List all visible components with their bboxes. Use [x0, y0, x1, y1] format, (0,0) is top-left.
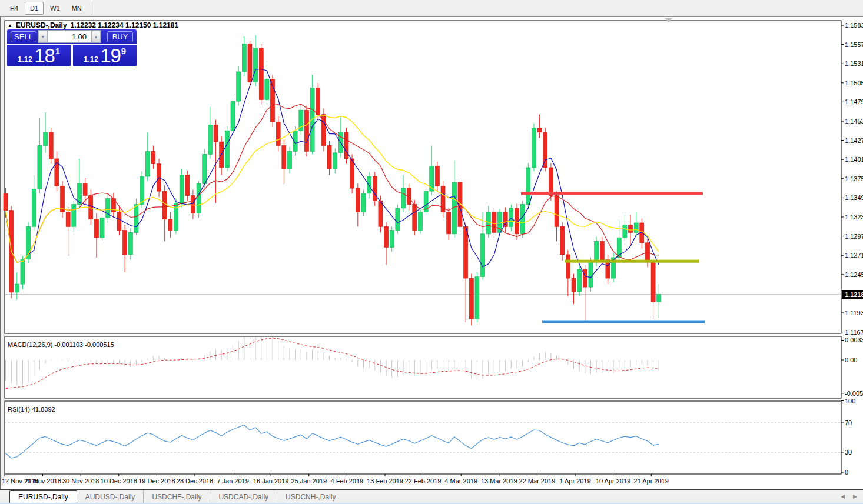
svg-text:19 Dec 2018: 19 Dec 2018 — [138, 478, 175, 485]
chart-window: 1.158301.155701.153101.150501.147901.145… — [0, 17, 863, 504]
tab-scrollers: ◀ ▶ — [841, 490, 863, 503]
tab-symbol-audusd[interactable]: AUDUSD-,Daily — [77, 490, 144, 503]
svg-text:1.13750: 1.13750 — [845, 175, 863, 182]
svg-text:1.15830: 1.15830 — [845, 22, 863, 29]
svg-text:1.12710: 1.12710 — [845, 252, 863, 259]
hline-support[interactable] — [542, 321, 705, 323]
svg-text:0.00: 0.00 — [845, 356, 857, 363]
svg-text:30 Nov 2018: 30 Nov 2018 — [62, 478, 99, 485]
svg-text:1.14530: 1.14530 — [845, 118, 863, 125]
svg-text:1.11670: 1.11670 — [845, 329, 863, 336]
svg-text:0: 0 — [845, 469, 848, 476]
svg-text:1.13230: 1.13230 — [845, 213, 863, 221]
buy-button[interactable]: BUY — [107, 31, 133, 42]
volume-increase-icon[interactable]: ▲ — [91, 31, 101, 42]
timeframe-toolbar: H4 D1 W1 MN — [0, 0, 863, 17]
toolbar-divider — [92, 2, 92, 15]
chart-title: ▲ EURUSD-,Daily 1.12232 1.12234 1.12150 … — [8, 21, 178, 29]
sell-price-sup: 1 — [55, 46, 60, 56]
chart-canvas[interactable]: 1.158301.155701.153101.150501.147901.145… — [1, 17, 863, 489]
svg-text:1.11930: 1.11930 — [845, 309, 863, 316]
volume-stepper: ▼ ▲ — [38, 30, 101, 43]
tab-symbol-usdcad[interactable]: USDCAD-,Daily — [210, 490, 277, 503]
tab-timeframe-d1[interactable]: D1 — [25, 2, 44, 15]
buy-price-big: 19 — [100, 45, 121, 67]
svg-text:70: 70 — [845, 419, 852, 426]
svg-text:22 Mar 2019: 22 Mar 2019 — [519, 478, 556, 485]
svg-text:4 Mar 2019: 4 Mar 2019 — [444, 478, 477, 485]
svg-text:16 Jan 2019: 16 Jan 2019 — [253, 478, 289, 485]
sell-price-prefix: 1.12 — [18, 55, 32, 64]
svg-text:1.15570: 1.15570 — [845, 41, 863, 48]
svg-text:1.15310: 1.15310 — [845, 60, 863, 67]
svg-text:1.15050: 1.15050 — [845, 79, 863, 86]
buy-price-prefix: 1.12 — [84, 55, 98, 64]
svg-text:-0.00574: -0.00574 — [845, 390, 863, 397]
svg-text:13 Mar 2019: 13 Mar 2019 — [481, 478, 517, 485]
tab-scroll-right-icon[interactable]: ▶ — [853, 493, 857, 499]
hline-mid-pivot[interactable] — [565, 260, 699, 263]
symbol-marker-icon: ▲ — [8, 23, 12, 28]
svg-text:1.14010: 1.14010 — [845, 156, 863, 163]
one-click-trade-panel: SELL ▼ ▲ BUY 1.12 18 1 1.12 19 9 — [7, 29, 137, 66]
svg-text:1 Apr 2019: 1 Apr 2019 — [559, 478, 590, 485]
svg-text:13 Feb 2019: 13 Feb 2019 — [367, 478, 403, 485]
hline-resistance[interactable] — [521, 192, 703, 195]
svg-text:4 Feb 2019: 4 Feb 2019 — [331, 478, 364, 485]
volume-decrease-icon[interactable]: ▼ — [38, 31, 48, 42]
tab-symbol-eurusd[interactable]: EURUSD-,Daily — [9, 490, 77, 503]
svg-text:10 Dec 2018: 10 Dec 2018 — [101, 478, 137, 485]
buy-price-box[interactable]: 1.12 19 9 — [73, 45, 137, 66]
tab-timeframe-w1[interactable]: W1 — [45, 2, 65, 15]
tab-scroll-left-icon[interactable]: ◀ — [841, 493, 845, 499]
svg-text:30: 30 — [845, 449, 852, 456]
trade-panel-price-row: 1.12 18 1 1.12 19 9 — [7, 45, 137, 66]
volume-input[interactable] — [48, 31, 91, 42]
chart-symbol-label: EURUSD-,Daily — [16, 21, 67, 29]
rsi-label: RSI(14) 41.8392 — [8, 406, 55, 413]
chart-ohlc-readout: 1.12232 1.12234 1.12150 1.12181 — [71, 21, 179, 29]
svg-text:1.14790: 1.14790 — [845, 98, 863, 105]
svg-text:1.14270: 1.14270 — [845, 137, 863, 144]
tab-symbol-usdchf[interactable]: USDCHF-,Daily — [143, 490, 210, 503]
svg-text:25 Jan 2019: 25 Jan 2019 — [291, 478, 327, 485]
svg-text:21 Nov 2018: 21 Nov 2018 — [24, 478, 61, 485]
sell-button[interactable]: SELL — [11, 31, 36, 42]
sell-price-box[interactable]: 1.12 18 1 — [7, 45, 71, 66]
svg-text:22 Feb 2019: 22 Feb 2019 — [405, 478, 442, 485]
svg-text:1.13490: 1.13490 — [845, 194, 863, 201]
svg-text:28 Dec 2018: 28 Dec 2018 — [177, 478, 213, 485]
svg-text:10 Apr 2019: 10 Apr 2019 — [596, 478, 630, 485]
svg-text:7 Jan 2019: 7 Jan 2019 — [217, 478, 248, 485]
buy-price-sup: 9 — [121, 46, 126, 56]
svg-text:21 Apr 2019: 21 Apr 2019 — [634, 478, 669, 485]
sell-price-big: 18 — [34, 45, 55, 67]
tab-timeframe-mn[interactable]: MN — [67, 2, 87, 15]
svg-text:100: 100 — [845, 398, 855, 405]
macd-label: MACD(12,26,9) -0.001103 -0.000515 — [8, 341, 114, 348]
svg-text:1.12181: 1.12181 — [845, 291, 863, 298]
tab-symbol-usdcnh[interactable]: USDCNH-,Daily — [277, 490, 344, 503]
svg-text:0.003386: 0.003386 — [845, 336, 863, 343]
svg-text:1.12450: 1.12450 — [845, 271, 863, 278]
tab-timeframe-h4[interactable]: H4 — [5, 2, 24, 15]
symbol-tab-bar: EURUSD-,Daily AUDUSD-,Daily USDCHF-,Dail… — [0, 489, 863, 503]
trade-panel-top-row: SELL ▼ ▲ BUY — [7, 29, 137, 44]
svg-text:1.12970: 1.12970 — [845, 233, 863, 240]
